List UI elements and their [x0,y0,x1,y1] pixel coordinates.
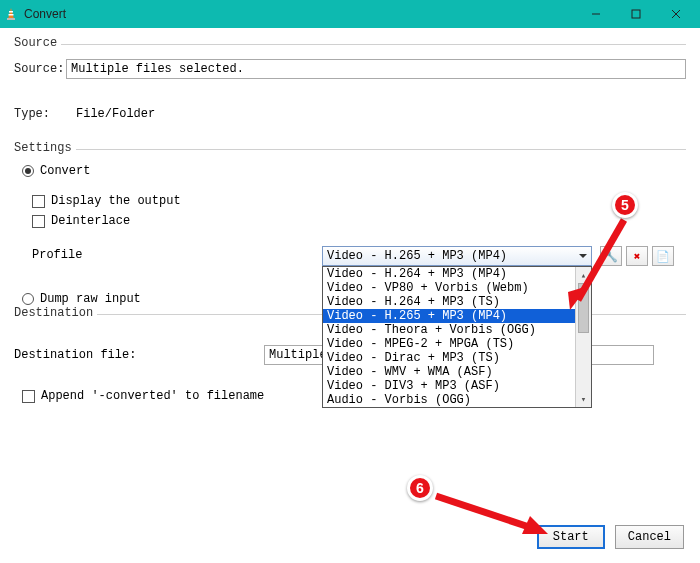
radio-icon [22,165,34,177]
radio-icon [22,293,34,305]
profile-option[interactable]: Video - H.265 + MP3 (MP4) [323,309,591,323]
svg-marker-0 [8,8,14,19]
deinterlace-checkbox[interactable]: Deinterlace [32,214,686,228]
destination-legend: Destination [14,306,97,320]
vlc-icon [4,7,18,21]
maximize-button[interactable] [616,0,656,28]
edit-profile-button[interactable]: 🔧 [600,246,622,266]
wrench-icon: 🔧 [604,250,618,263]
destination-file-label: Destination file: [14,348,264,362]
source-input[interactable] [66,59,686,79]
titlebar: Convert [0,0,700,28]
scrollbar[interactable]: ▴ ▾ [575,267,591,407]
display-output-checkbox[interactable]: Display the output [32,194,686,208]
deinterlace-label: Deinterlace [51,214,130,228]
checkbox-icon [32,215,45,228]
source-label: Source: [14,62,66,76]
scroll-up-icon[interactable]: ▴ [576,267,591,283]
minimize-button[interactable] [576,0,616,28]
delete-icon: ✖ [634,250,641,263]
new-profile-button[interactable]: 📄 [652,246,674,266]
convert-radio[interactable]: Convert [22,164,686,178]
convert-radio-label: Convert [40,164,90,178]
type-label: Type: [14,107,66,121]
cancel-button[interactable]: Cancel [615,525,684,549]
profile-select[interactable]: Video - H.265 + MP3 (MP4) Video - H.264 … [322,246,592,266]
profile-option[interactable]: Video - MPEG-2 + MPGA (TS) [323,337,591,351]
annotation-badge-6: 6 [407,475,433,501]
settings-fieldset: Settings Convert Display the output Dein… [14,149,686,306]
display-output-label: Display the output [51,194,181,208]
profile-option[interactable]: Video - Dirac + MP3 (TS) [323,351,591,365]
profile-option[interactable]: Video - DIV3 + MP3 (ASF) [323,379,591,393]
start-button[interactable]: Start [537,525,605,549]
delete-profile-button[interactable]: ✖ [626,246,648,266]
source-fieldset: Source Source: Type: File/Folder [14,44,686,121]
profile-label: Profile [32,246,322,262]
dump-radio-label: Dump raw input [40,292,141,306]
profile-option[interactable]: Video - VP80 + Vorbis (Webm) [323,281,591,295]
checkbox-icon [22,390,35,403]
type-value: File/Folder [76,107,155,121]
profile-option[interactable]: Video - H.264 + MP3 (MP4) [323,267,591,281]
scroll-thumb[interactable] [578,283,589,333]
window-title: Convert [24,7,576,21]
annotation-arrow-6 [432,490,552,538]
profile-option[interactable]: Video - WMV + WMA (ASF) [323,365,591,379]
svg-rect-5 [632,10,640,18]
append-converted-label: Append '-converted' to filename [41,389,264,403]
checkbox-icon [32,195,45,208]
svg-rect-1 [7,18,15,20]
svg-rect-3 [9,14,14,16]
profile-option[interactable]: Audio - Vorbis (OGG) [323,393,591,407]
svg-rect-2 [9,11,13,13]
source-legend: Source [14,36,61,50]
profile-dropdown: Video - H.264 + MP3 (MP4)Video - VP80 + … [322,266,592,408]
profile-select-head[interactable]: Video - H.265 + MP3 (MP4) [322,246,592,266]
svg-line-10 [436,496,532,528]
close-button[interactable] [656,0,696,28]
scroll-down-icon[interactable]: ▾ [576,391,591,407]
profile-option[interactable]: Video - H.264 + MP3 (TS) [323,295,591,309]
new-profile-icon: 📄 [656,250,670,263]
annotation-badge-5: 5 [612,192,638,218]
profile-option[interactable]: Video - Theora + Vorbis (OGG) [323,323,591,337]
settings-legend: Settings [14,141,76,155]
